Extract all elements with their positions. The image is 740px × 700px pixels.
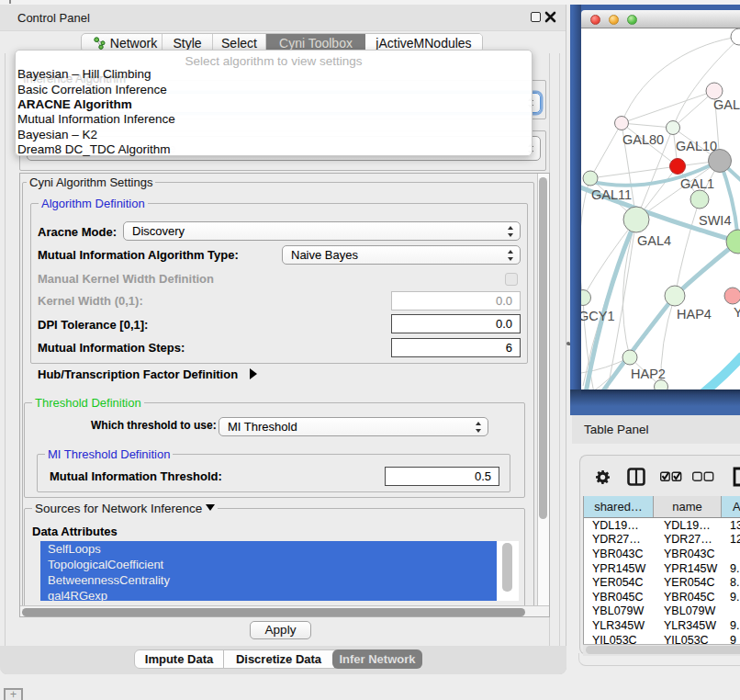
svg-text:YJR153W: YJR153W — [734, 305, 740, 320]
svg-text:GAL4: GAL4 — [637, 233, 671, 248]
svg-text:GAL80: GAL80 — [622, 132, 664, 147]
svg-text:SWI4: SWI4 — [699, 213, 731, 228]
svg-text:GCY1: GCY1 — [581, 309, 615, 323]
svg-text:HAP2: HAP2 — [631, 367, 666, 381]
svg-text:GAL10: GAL10 — [676, 139, 717, 153]
svg-text:GAL1: GAL1 — [680, 176, 714, 191]
svg-text:HAP4: HAP4 — [677, 307, 712, 322]
svg-text:GAL11: GAL11 — [591, 187, 632, 202]
svg-text:GAL7: GAL7 — [713, 97, 740, 112]
